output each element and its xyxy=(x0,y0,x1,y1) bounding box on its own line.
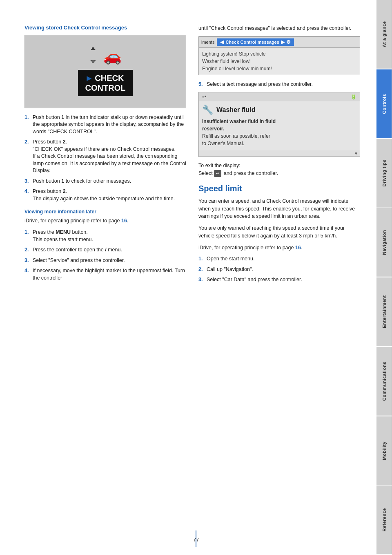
car-display-image: 🚗 ►CHECKCONTROL xyxy=(24,35,186,108)
steps-list-4: 1. Open the start menu. 2. Call up "Navi… xyxy=(198,255,360,284)
step-2: 2. Press button 2."CHECK OK" appears if … xyxy=(24,139,186,175)
continuation-text: until "Check Control messages" is select… xyxy=(198,25,360,32)
steps-list-2: 1. Press the MENU button.This opens the … xyxy=(24,229,186,282)
section2-title: Viewing more information later xyxy=(24,209,186,215)
washer-fluid-icon: 🔧 xyxy=(202,105,213,115)
sidebar-tab-mobility[interactable]: Mobility xyxy=(376,416,392,485)
washer-fluid-title: Washer fluid xyxy=(216,106,255,114)
step-4: 4. Press button 2.The display again show… xyxy=(24,188,186,202)
screen-header-label: Check Control messages xyxy=(225,40,279,45)
step-2-3: 3. Select "Service" and press the contro… xyxy=(24,257,186,264)
step-2-1: 1. Press the MENU button.This opens the … xyxy=(24,229,186,243)
sidebar-tab-entertainment[interactable]: Entertainment xyxy=(376,278,392,346)
washer-text-line3: Refill as soon as possible, refer xyxy=(202,133,270,139)
svg-marker-1 xyxy=(90,47,96,50)
check-control-label: ►CHECKCONTROL xyxy=(78,70,133,96)
sidebar-tab-navigation[interactable]: Navigation xyxy=(376,208,392,277)
right-arrow-icon: ▶ xyxy=(281,39,285,45)
sidebar-tab-communications[interactable]: Communications xyxy=(376,347,392,416)
washer-text-line2: reservoir. xyxy=(202,126,224,132)
screen-line-3: Engine oil level below minimum! xyxy=(202,65,356,72)
left-column: Viewing stored Check Control messages xyxy=(24,25,186,288)
step-3-2: 2. Call up "Navigation". xyxy=(198,266,360,273)
car-silhouette-icon: 🚗 xyxy=(103,48,122,65)
sidebar-tab-reference[interactable]: Reference xyxy=(376,486,392,554)
step-3: 3. Push button 1 to check for other mess… xyxy=(24,178,186,185)
left-arrow-icon: ◀ xyxy=(220,39,224,45)
back-icon: ↩ xyxy=(202,94,206,100)
speed-limit-body1: You can enter a speed, and a Check Contr… xyxy=(198,197,360,220)
scroll-indicator: ▼ xyxy=(199,150,360,157)
arrow-icons xyxy=(89,47,98,66)
washer-text-line1: Insufficient washer fluid in fluid xyxy=(202,119,276,124)
exit-back-icon: ↩ xyxy=(214,170,221,177)
washer-screen-top-bar: ↩ 🔋 xyxy=(199,92,360,101)
step-2-4: 4. If necessary, move the highlight mark… xyxy=(24,267,186,282)
sidebar: At a glanceControlsDriving tipsNavigatio… xyxy=(376,0,392,555)
steps-list-1: 1. Push button 1 in the turn indicator s… xyxy=(24,114,186,203)
check-control-screen: iments ◀ Check Control messages ▶ ⚙ Ligh… xyxy=(198,36,360,75)
screen-header-left: iments xyxy=(201,40,214,45)
steps-list-3: 5. Select a text message and press the c… xyxy=(198,81,360,88)
arrow-right-icon: ► xyxy=(85,74,94,83)
screen-header-selected: ◀ Check Control messages ▶ ⚙ xyxy=(217,38,294,46)
step-3-1: 1. Open the start menu. xyxy=(198,255,360,263)
washer-fluid-screen: ↩ 🔋 🔧 Washer fluid Insufficient washer f… xyxy=(198,92,360,157)
step-1: 1. Push button 1 in the turn indicator s… xyxy=(24,114,186,136)
idrive-ref-1: iDrive, for operating principle refer to… xyxy=(24,217,186,225)
settings-icon: ⚙ xyxy=(286,39,291,45)
speed-limit-title: Speed limit xyxy=(198,184,360,193)
exit-note: To exit the display: Select ↩ and press … xyxy=(198,162,360,177)
battery-icon: 🔋 xyxy=(351,94,356,100)
sidebar-tab-driving-tips[interactable]: Driving tips xyxy=(376,139,392,208)
idrive-page-link-1[interactable]: 16 xyxy=(121,218,127,224)
speed-limit-body2: You are only warned of reaching this spe… xyxy=(198,224,360,240)
idrive-ref-2: iDrive, for operating principle refer to… xyxy=(198,244,360,252)
step-3-3: 3. Select "Car Data" and press the contr… xyxy=(198,276,360,284)
section1-title: Viewing stored Check Control messages xyxy=(24,25,186,31)
main-content: Viewing stored Check Control messages xyxy=(0,0,376,304)
screen-line-2: Washer fluid level low! xyxy=(202,58,356,65)
washer-text-line4: to Owner's Manual. xyxy=(202,141,244,146)
idrive-page-link-2[interactable]: 16 xyxy=(295,245,301,251)
step-2-2: 2. Press the controller to open the i me… xyxy=(24,246,186,254)
sidebar-tab-at-a-glance[interactable]: At a glance xyxy=(376,0,392,69)
page-number: 77 xyxy=(193,537,199,543)
sidebar-tab-controls[interactable]: Controls xyxy=(376,69,392,138)
screen-line-1: Lighting system! Stop vehicle xyxy=(202,50,356,58)
svg-rect-3 xyxy=(92,60,94,63)
step-5: 5. Select a text message and press the c… xyxy=(198,81,360,88)
right-column: until "Check Control messages" is select… xyxy=(198,25,360,288)
